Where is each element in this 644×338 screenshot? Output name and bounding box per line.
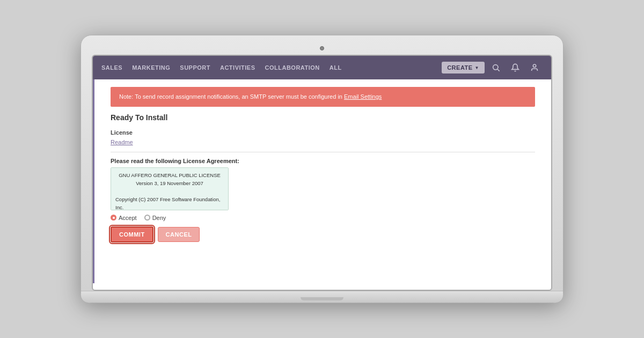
svg-point-0 — [493, 65, 498, 70]
navbar-links: SALES MARKETING SUPPORT ACTIVITIES COLLA… — [101, 62, 442, 73]
laptop-camera — [320, 46, 324, 50]
commit-button[interactable]: COMMIT — [111, 226, 153, 243]
user-profile-button[interactable] — [526, 60, 543, 76]
license-text-box[interactable]: GNU AFFERO GENERAL PUBLIC LICENSE Versio… — [111, 167, 229, 210]
nav-all[interactable]: ALL — [330, 62, 342, 73]
accept-radio-dot — [111, 215, 116, 221]
deny-radio-label: Deny — [152, 215, 166, 221]
navbar: SALES MARKETING SUPPORT ACTIVITIES COLLA… — [93, 56, 551, 79]
nav-activities[interactable]: ACTIVITIES — [220, 62, 255, 73]
license-label: License — [111, 129, 535, 136]
section-divider — [111, 152, 535, 152]
license-copyright: Copyright (C) 2007 Free Software Foundat… — [115, 195, 224, 210]
action-buttons: COMMIT CANCEL — [111, 226, 535, 243]
license-title-line2: Version 3, 19 November 2007 — [115, 179, 224, 187]
laptop-base-notch — [301, 297, 343, 300]
notifications-button[interactable] — [507, 60, 523, 76]
nav-collaboration[interactable]: COLLABORATION — [265, 62, 320, 73]
nav-sales[interactable]: SALES — [101, 62, 122, 73]
svg-line-1 — [497, 69, 500, 71]
deny-radio-dot — [144, 215, 150, 221]
create-button[interactable]: CREATE ▼ — [442, 62, 485, 74]
create-dropdown-arrow-icon: ▼ — [475, 65, 479, 70]
search-button[interactable] — [488, 60, 504, 76]
alert-text: Note: To send record assignment notifica… — [119, 93, 344, 100]
readme-link[interactable]: Readme — [111, 139, 133, 145]
navbar-actions: CREATE ▼ — [442, 60, 543, 76]
license-radio-group: Accept Deny — [111, 215, 535, 221]
page-title: Ready To Install — [111, 113, 535, 122]
nav-marketing[interactable]: MARKETING — [132, 62, 170, 73]
license-title-line1: GNU AFFERO GENERAL PUBLIC LICENSE — [115, 171, 224, 179]
accept-radio[interactable]: Accept — [111, 215, 137, 221]
email-settings-link[interactable]: Email Settings — [344, 93, 382, 100]
nav-support[interactable]: SUPPORT — [180, 62, 210, 73]
cancel-button[interactable]: CANCEL — [158, 227, 200, 242]
deny-radio[interactable]: Deny — [144, 215, 166, 221]
main-content: Note: To send record assignment notifica… — [94, 79, 551, 283]
license-agreement-prompt: Please read the following License Agreem… — [111, 158, 535, 164]
alert-banner: Note: To send record assignment notifica… — [111, 87, 535, 107]
svg-point-2 — [533, 64, 536, 67]
accept-radio-label: Accept — [119, 215, 137, 221]
